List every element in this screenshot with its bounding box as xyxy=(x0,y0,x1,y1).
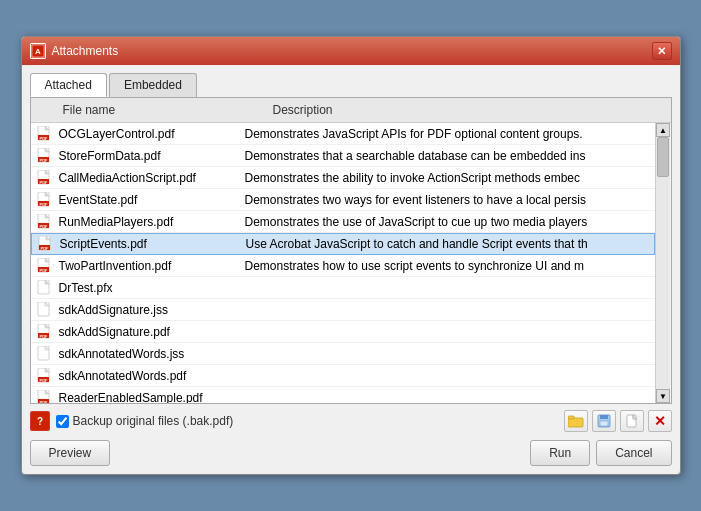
file-name: ReaderEnabledSample.pdf xyxy=(55,389,237,404)
svg-text:PDF: PDF xyxy=(39,136,48,141)
window-icon: A xyxy=(30,43,46,59)
attachments-window: A Attachments ✕ Attached Embedded File n… xyxy=(21,36,681,475)
file-description: Demonstrates the use of JavaScript to cu… xyxy=(237,213,655,231)
table-row[interactable]: sdkAnnotatedWords.jss xyxy=(31,343,655,365)
scroll-down-button[interactable]: ▼ xyxy=(656,389,670,403)
table-row[interactable]: PDF EventState.pdf Demonstrates two ways… xyxy=(31,189,655,211)
file-name: sdkAddSignature.jss xyxy=(55,301,237,319)
bottom-bar: ? Backup original files (.bak.pdf) xyxy=(30,410,672,432)
file-name: sdkAddSignature.pdf xyxy=(55,323,237,341)
table-row[interactable]: PDF StoreFormData.pdf Demonstrates that … xyxy=(31,145,655,167)
file-name: EventState.pdf xyxy=(55,191,237,209)
close-button[interactable]: ✕ xyxy=(652,42,672,60)
col-filename-header: File name xyxy=(55,101,265,119)
table-row[interactable]: PDF sdkAnnotatedWords.pdf xyxy=(31,365,655,387)
svg-text:PDF: PDF xyxy=(39,334,48,339)
svg-rect-54 xyxy=(600,421,608,426)
svg-text:PDF: PDF xyxy=(39,400,48,404)
file-name: CallMediaActionScript.pdf xyxy=(55,169,237,187)
file-icon: PDF xyxy=(32,236,56,252)
file-icon: PDF xyxy=(31,324,55,340)
table-row[interactable]: PDF ScriptEvents.pdf Use Acrobat JavaScr… xyxy=(31,233,655,255)
file-name: sdkAnnotatedWords.jss xyxy=(55,345,237,363)
table-row[interactable]: sdkAddSignature.jss xyxy=(31,299,655,321)
table-inner: PDF OCGLayerControl.pdf Demonstrates Jav… xyxy=(31,123,655,403)
backup-checkbox[interactable] xyxy=(56,415,69,428)
acrobat-icon: ? xyxy=(30,411,50,431)
svg-text:PDF: PDF xyxy=(39,180,48,185)
file-description: Demonstrates JavaScript APIs for PDF opt… xyxy=(237,125,655,143)
file-description: Demonstrates how to use script events to… xyxy=(237,257,655,275)
table-row[interactable]: DrTest.pfx xyxy=(31,277,655,299)
file-icon: PDF xyxy=(31,148,55,164)
svg-text:PDF: PDF xyxy=(39,268,48,273)
svg-text:PDF: PDF xyxy=(39,202,48,207)
delete-button[interactable]: ✕ xyxy=(648,410,672,432)
file-description xyxy=(237,352,655,356)
backup-label-text: Backup original files (.bak.pdf) xyxy=(73,414,234,428)
table-row[interactable]: PDF CallMediaActionScript.pdf Demonstrat… xyxy=(31,167,655,189)
title-bar-left: A Attachments xyxy=(30,43,119,59)
svg-text:PDF: PDF xyxy=(39,158,48,163)
svg-text:A: A xyxy=(35,47,41,56)
file-icon: PDF xyxy=(31,368,55,384)
file-name: TwoPartInvention.pdf xyxy=(55,257,237,275)
svg-text:PDF: PDF xyxy=(39,224,48,229)
tab-embedded[interactable]: Embedded xyxy=(109,73,197,97)
file-description xyxy=(237,396,655,400)
footer-buttons: Preview Run Cancel xyxy=(30,440,672,466)
run-cancel-group: Run Cancel xyxy=(530,440,671,466)
window-title: Attachments xyxy=(52,44,119,58)
file-name: DrTest.pfx xyxy=(55,279,237,297)
scrollbar[interactable]: ▲ ▼ xyxy=(655,123,671,403)
table-row[interactable]: PDF ReaderEnabledSample.pdf xyxy=(31,387,655,403)
file-icon xyxy=(31,346,55,362)
bottom-right-icons: ✕ xyxy=(564,410,672,432)
table-row[interactable]: PDF TwoPartInvention.pdf Demonstrates ho… xyxy=(31,255,655,277)
file-name: OCGLayerControl.pdf xyxy=(55,125,237,143)
tabs-container: Attached Embedded xyxy=(30,73,672,97)
new-doc-button[interactable] xyxy=(620,410,644,432)
file-name: StoreFormData.pdf xyxy=(55,147,237,165)
col-description-header: Description xyxy=(265,101,671,119)
svg-rect-51 xyxy=(568,416,574,419)
file-icon: PDF xyxy=(31,170,55,186)
file-name: ScriptEvents.pdf xyxy=(56,235,238,253)
svg-text:PDF: PDF xyxy=(40,246,49,251)
svg-text:PDF: PDF xyxy=(39,378,48,383)
file-description: Demonstrates two ways for event listener… xyxy=(237,191,655,209)
preview-button[interactable]: Preview xyxy=(30,440,111,466)
cancel-button[interactable]: Cancel xyxy=(596,440,671,466)
svg-rect-53 xyxy=(600,415,608,419)
file-description xyxy=(237,374,655,378)
scroll-track xyxy=(656,137,670,389)
file-icon: PDF xyxy=(31,258,55,274)
file-description xyxy=(237,308,655,312)
scroll-thumb[interactable] xyxy=(657,137,669,177)
table-row[interactable]: PDF OCGLayerControl.pdf Demonstrates Jav… xyxy=(31,123,655,145)
tab-content: File name Description PDF OCGLayerContro… xyxy=(30,97,672,404)
backup-checkbox-label[interactable]: Backup original files (.bak.pdf) xyxy=(56,414,234,428)
file-name: sdkAnnotatedWords.pdf xyxy=(55,367,237,385)
table-body[interactable]: PDF OCGLayerControl.pdf Demonstrates Jav… xyxy=(31,123,655,403)
open-folder-button[interactable] xyxy=(564,410,588,432)
run-button[interactable]: Run xyxy=(530,440,590,466)
table-row[interactable]: PDF sdkAddSignature.pdf xyxy=(31,321,655,343)
save-button[interactable] xyxy=(592,410,616,432)
table-row[interactable]: PDF RunMediaPlayers.pdf Demonstrates the… xyxy=(31,211,655,233)
svg-text:?: ? xyxy=(36,416,42,427)
bottom-left: ? Backup original files (.bak.pdf) xyxy=(30,411,234,431)
file-icon xyxy=(31,280,55,296)
file-description xyxy=(237,330,655,334)
table-container: PDF OCGLayerControl.pdf Demonstrates Jav… xyxy=(31,123,671,403)
window-body: Attached Embedded File name Description … xyxy=(22,65,680,474)
file-icon: PDF xyxy=(31,390,55,404)
scroll-up-button[interactable]: ▲ xyxy=(656,123,670,137)
file-description: Demonstrates that a searchable database … xyxy=(237,147,655,165)
file-description: Use Acrobat JavaScript to catch and hand… xyxy=(238,235,654,253)
table-header: File name Description xyxy=(31,98,671,123)
file-icon: PDF xyxy=(31,214,55,230)
tab-attached[interactable]: Attached xyxy=(30,73,107,97)
file-description: Demonstrates the ability to invoke Actio… xyxy=(237,169,655,187)
file-name: RunMediaPlayers.pdf xyxy=(55,213,237,231)
